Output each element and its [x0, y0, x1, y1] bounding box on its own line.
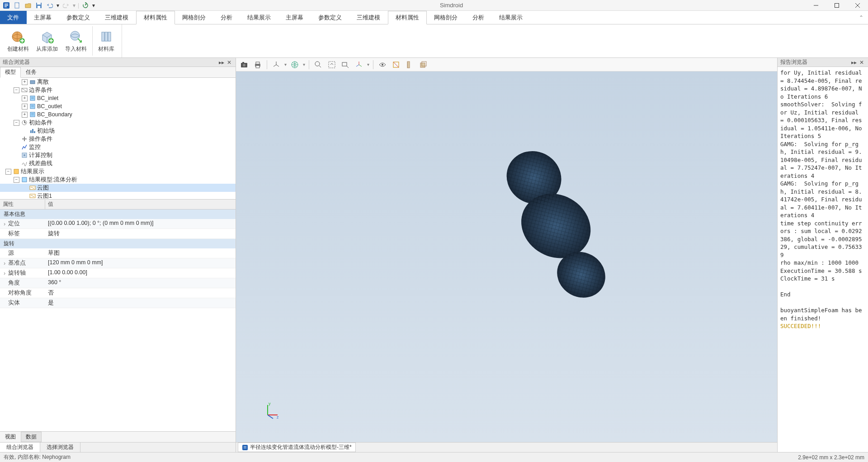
menu-tab-1[interactable]: 参数定义: [59, 11, 98, 24]
property-grid[interactable]: 基本信息›定位[(0.00 0.00 1.00); 0 °; (0 mm 0 m…: [0, 210, 236, 431]
tree-node[interactable]: 操作条件: [0, 135, 236, 143]
undo-icon[interactable]: [45, 1, 54, 10]
refresh-dropdown-icon[interactable]: ▾: [92, 1, 95, 10]
browser-tab[interactable]: 组合浏览器: [0, 443, 40, 452]
tree-toggle-icon[interactable]: +: [22, 79, 28, 85]
menu-tab-3[interactable]: 材料属性: [136, 11, 175, 24]
selection-filter-icon[interactable]: [391, 59, 401, 70]
zoom-icon[interactable]: [313, 59, 324, 70]
prop-row[interactable]: 源草图: [0, 248, 236, 258]
menu-tab-4[interactable]: 网格剖分: [175, 11, 213, 24]
log-panel[interactable]: for Uy, Initial residual = 8.74454e-005,…: [778, 67, 868, 452]
view-axes-icon[interactable]: [354, 59, 364, 70]
tree-toggle-icon[interactable]: +: [22, 95, 28, 101]
tree-node[interactable]: 云图: [0, 184, 236, 192]
tree-node[interactable]: +BC_inlet: [0, 94, 236, 102]
prop-row[interactable]: 标签旋转: [0, 229, 236, 239]
redo-icon[interactable]: [61, 1, 71, 10]
tree-toggle-icon[interactable]: −: [5, 169, 11, 175]
browser-tabs: 组合浏览器选择浏览器: [0, 442, 236, 452]
undo-dropdown-icon[interactable]: ▾: [56, 1, 60, 10]
menu-tab-5[interactable]: 分析: [213, 11, 240, 24]
ribbon-btn-sphere-plus[interactable]: 创建材料: [4, 26, 33, 56]
tree-toggle-icon[interactable]: −: [14, 87, 19, 93]
zoom-fit-icon[interactable]: [326, 59, 337, 70]
menu-tab-file[interactable]: 文件: [0, 11, 27, 24]
tree-node[interactable]: −初始条件: [0, 119, 236, 127]
tree-node[interactable]: −边界条件: [0, 86, 236, 94]
open-icon[interactable]: [24, 1, 33, 10]
tree-node[interactable]: −结果模型:流体分析: [0, 176, 236, 184]
prop-row[interactable]: 角度360 °: [0, 278, 236, 288]
right-pane-expand-icon[interactable]: ▸▸: [850, 59, 858, 66]
minimize-button[interactable]: [806, 0, 826, 11]
save-icon[interactable]: [34, 1, 43, 10]
prop-key: ›定位: [0, 219, 45, 229]
tree-node[interactable]: 监控: [0, 143, 236, 151]
view-axes-dropdown-icon[interactable]: ▾: [367, 62, 369, 67]
menu-tab[interactable]: 网格剖分: [427, 11, 465, 24]
menu-tab[interactable]: 三维建模: [349, 11, 388, 24]
model-tree[interactable]: +离散−边界条件+BC_inlet+BC_outlet+BC_Boundary−…: [0, 78, 236, 199]
tree-node[interactable]: 残差曲线: [0, 159, 236, 167]
result-icon: [13, 168, 19, 175]
visibility-icon[interactable]: [377, 59, 388, 70]
pane-close-icon[interactable]: ✕: [226, 59, 233, 66]
axes-dropdown-icon[interactable]: ▾: [284, 62, 287, 67]
tree-node[interactable]: +离散: [0, 78, 236, 86]
menu-tab-0[interactable]: 主屏幕: [27, 11, 59, 24]
svg-point-29: [243, 64, 245, 67]
tree-node[interactable]: +BC_outlet: [0, 102, 236, 110]
ribbon-btn-library[interactable]: 材料库: [94, 26, 118, 56]
prop-row[interactable]: ›基准点[120 mm 0 mm 0 mm]: [0, 258, 236, 268]
menu-tab-2[interactable]: 三维建模: [98, 11, 136, 24]
prop-row[interactable]: ›旋转轴[1.00 0.00 0.00]: [0, 268, 236, 278]
copy-view-icon[interactable]: [418, 59, 429, 70]
tree-toggle-icon[interactable]: −: [14, 177, 19, 183]
print-icon[interactable]: [252, 59, 263, 70]
close-button[interactable]: [847, 0, 868, 11]
tree-node[interactable]: 云图1: [0, 192, 236, 199]
menu-tab[interactable]: 材料属性: [388, 11, 427, 24]
menu-tab[interactable]: 分析: [465, 11, 492, 24]
tree-tab[interactable]: 任务: [21, 67, 42, 77]
browser-tab[interactable]: 选择浏览器: [40, 443, 80, 452]
menu-tab[interactable]: 结果展示: [492, 11, 530, 24]
measure-icon[interactable]: [404, 59, 415, 70]
tree-toggle-icon[interactable]: +: [22, 104, 28, 110]
tree-node[interactable]: +BC_Boundary: [0, 110, 236, 119]
svg-rect-12: [108, 32, 111, 41]
menu-tab-6[interactable]: 结果展示: [240, 11, 278, 24]
redo-dropdown-icon[interactable]: ▾: [72, 1, 76, 10]
ribbon-btn-cube-plus[interactable]: 从库添加: [33, 26, 61, 56]
3d-viewport[interactable]: yz: [236, 71, 777, 442]
tree-node[interactable]: 初始场: [0, 127, 236, 135]
globe-icon[interactable]: [289, 59, 300, 70]
axes-icon[interactable]: [271, 59, 282, 70]
menu-tab[interactable]: 主屏幕: [278, 11, 311, 24]
maximize-button[interactable]: [826, 0, 847, 11]
prop-row[interactable]: ›定位[(0.00 0.00 1.00); 0 °; (0 mm 0 mm 0 …: [0, 219, 236, 229]
prop-row[interactable]: 对称角度否: [0, 288, 236, 298]
zoom-window-icon[interactable]: [340, 59, 351, 70]
props-tab[interactable]: 数据: [21, 432, 42, 442]
tree-node-label: 结果展示: [21, 168, 44, 176]
menu-tab[interactable]: 参数定义: [311, 11, 349, 24]
prop-value: 360 °: [45, 278, 236, 288]
tree-tab[interactable]: 模型: [0, 67, 21, 78]
tree-node[interactable]: 计算控制: [0, 151, 236, 159]
tree-toggle-icon[interactable]: −: [14, 120, 19, 126]
tree-toggle-icon[interactable]: +: [22, 112, 28, 118]
globe-dropdown-icon[interactable]: ▾: [303, 62, 305, 67]
document-tab[interactable]: 半径连续变化管道流体流动分析模型-三维*: [238, 443, 356, 452]
camera-icon[interactable]: [239, 59, 250, 70]
pane-expand-icon[interactable]: ▸▸: [217, 59, 226, 66]
refresh-icon[interactable]: [81, 1, 90, 10]
tree-node[interactable]: −结果展示: [0, 167, 236, 176]
props-tab[interactable]: 视图: [0, 432, 21, 442]
ribbon-btn-sphere-import[interactable]: 导入材料: [61, 26, 90, 56]
new-icon[interactable]: [13, 1, 22, 10]
prop-row[interactable]: 实体是: [0, 298, 236, 308]
ribbon-collapse-icon[interactable]: ⌃: [854, 11, 868, 24]
right-pane-close-icon[interactable]: ✕: [858, 59, 865, 66]
